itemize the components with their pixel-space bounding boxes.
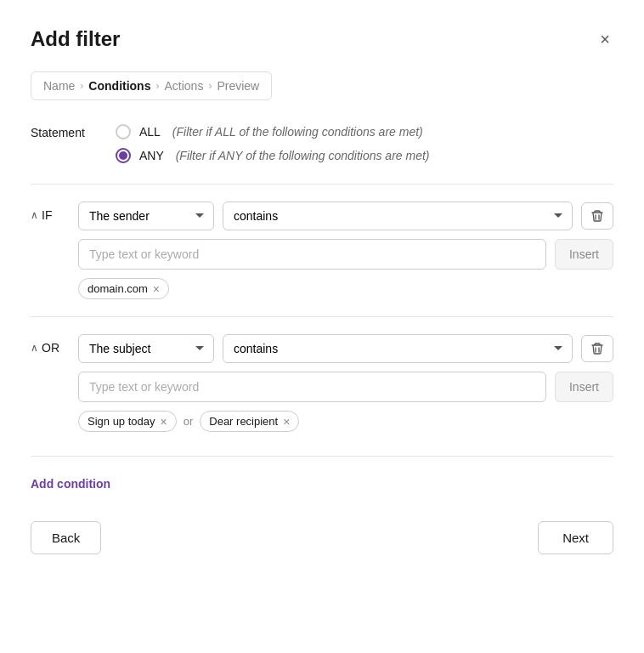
field-select-if[interactable]: The sender The subject The recipient The…: [78, 202, 214, 230]
condition-if-label[interactable]: ∧ IF: [31, 202, 65, 222]
operator-select-if[interactable]: contains does not contain starts with en…: [223, 202, 573, 230]
footer-buttons: Back Next: [31, 521, 613, 554]
keyword-input-or[interactable]: [78, 372, 546, 402]
modal-title: Add filter: [31, 27, 120, 51]
tags-row-or: Sign up today × or Dear recipient ×: [78, 411, 613, 432]
condition-or-input-row: Insert: [78, 372, 613, 402]
breadcrumb: Name › Conditions › Actions › Preview: [31, 71, 272, 100]
chevron-down-icon-2: ∧: [31, 342, 38, 354]
tag-domain-close[interactable]: ×: [153, 283, 160, 295]
radio-all-circle: [116, 124, 131, 139]
breadcrumb-item-actions[interactable]: Actions: [164, 79, 203, 93]
add-condition-button[interactable]: Add condition: [31, 474, 110, 494]
field-select-or[interactable]: The sender The subject The recipient The…: [78, 334, 214, 363]
radio-option-all[interactable]: ALL (Filter if ALL of the following cond…: [116, 124, 429, 139]
condition-or: ∧ OR The sender The subject The recipien…: [31, 316, 613, 449]
delete-condition-or-button[interactable]: [581, 335, 613, 362]
delete-condition-if-button[interactable]: [581, 202, 613, 230]
tag-domain: domain.com ×: [78, 278, 169, 299]
condition-if-input-row: Insert: [78, 239, 613, 270]
trash-icon-2: [590, 342, 604, 355]
tag-domain-text: domain.com: [88, 282, 148, 295]
breadcrumb-sep-3: ›: [208, 80, 212, 92]
next-button[interactable]: Next: [538, 521, 613, 554]
condition-if: ∧ IF The sender The subject The recipien…: [31, 184, 613, 316]
radio-group: ALL (Filter if ALL of the following cond…: [116, 124, 429, 163]
breadcrumb-item-conditions[interactable]: Conditions: [88, 79, 150, 93]
condition-if-row1: The sender The subject The recipient The…: [78, 202, 613, 230]
insert-button-or[interactable]: Insert: [555, 372, 613, 402]
statement-section: Statement ALL (Filter if ALL of the foll…: [31, 124, 613, 163]
condition-if-header: ∧ IF The sender The subject The recipien…: [31, 202, 613, 299]
modal-header: Add filter ×: [31, 27, 613, 51]
radio-option-any[interactable]: ANY (Filter if ANY of the following cond…: [116, 148, 429, 163]
tag-signup-close[interactable]: ×: [161, 416, 167, 428]
tag-signup: Sign up today ×: [78, 411, 177, 432]
tags-row-if: domain.com ×: [78, 278, 613, 299]
breadcrumb-item-preview[interactable]: Preview: [217, 79, 259, 93]
breadcrumb-item-name[interactable]: Name: [43, 79, 75, 93]
add-condition-section: Add condition: [31, 456, 613, 494]
condition-or-row1: The sender The subject The recipient The…: [78, 334, 613, 363]
tag-dear-text: Dear recipient: [209, 415, 278, 428]
condition-if-text: IF: [42, 208, 52, 222]
keyword-input-if[interactable]: [78, 239, 546, 270]
radio-all-desc: (Filter if ALL of the following conditio…: [169, 125, 423, 139]
statement-label: Statement: [31, 124, 99, 139]
breadcrumb-sep-1: ›: [80, 80, 83, 92]
condition-or-label[interactable]: ∧ OR: [31, 334, 65, 355]
condition-or-header: ∧ OR The sender The subject The recipien…: [31, 334, 613, 432]
radio-any-desc: (Filter if ANY of the following conditio…: [172, 149, 430, 162]
tag-dear: Dear recipient ×: [200, 411, 299, 432]
radio-any-label: ANY: [139, 149, 164, 162]
tag-dear-close[interactable]: ×: [283, 416, 290, 428]
trash-icon: [590, 209, 604, 223]
back-button[interactable]: Back: [31, 521, 101, 554]
insert-button-if[interactable]: Insert: [555, 239, 613, 270]
breadcrumb-sep-2: ›: [155, 80, 159, 92]
radio-all-label: ALL: [139, 125, 161, 139]
close-button[interactable]: ×: [596, 27, 613, 51]
tag-or-separator: or: [184, 415, 194, 428]
condition-or-controls: The sender The subject The recipient The…: [78, 334, 613, 432]
chevron-down-icon: ∧: [31, 209, 38, 221]
condition-if-controls: The sender The subject The recipient The…: [78, 202, 613, 299]
operator-select-or[interactable]: contains does not contain starts with en…: [223, 334, 573, 363]
tag-signup-text: Sign up today: [88, 415, 155, 428]
condition-or-text: OR: [42, 341, 59, 355]
radio-any-circle: [116, 148, 131, 163]
